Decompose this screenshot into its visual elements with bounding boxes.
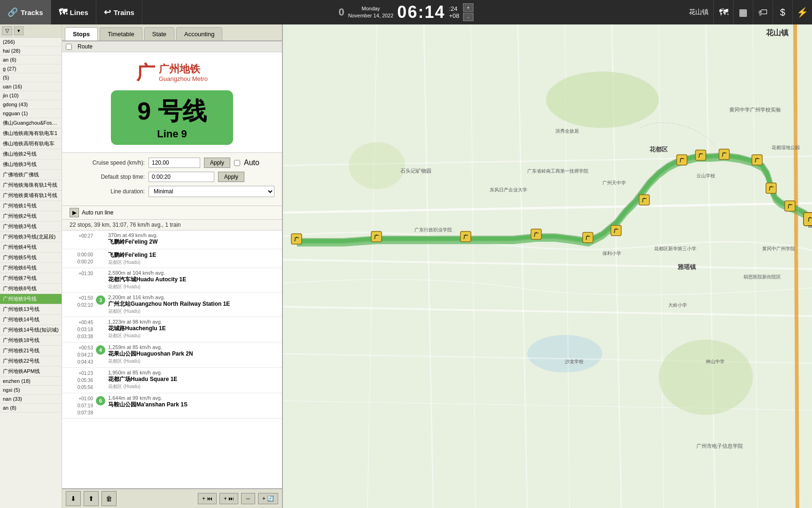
sidebar-item[interactable]: 广州地铁1号线 [0,201,62,211]
sidebar-item[interactable]: 广州地铁6号线 [0,263,62,273]
sidebar-item[interactable]: gdong (43) [0,100,62,109]
lightning-icon-top[interactable]: ⚡ [792,0,812,24]
nav-lines[interactable]: 🗺 Lines [51,0,96,24]
svg-text:石头记矿物园: 石头记矿物园 [400,168,431,174]
sidebar-item[interactable]: 广州地铁APM线 [0,366,62,377]
add-next-btn[interactable]: + ⏭ [219,493,238,504]
sidebar-item[interactable]: 广州地铁22号线 [0,356,62,366]
sidebar-item[interactable]: 广州地铁21号线 [0,346,62,356]
sidebar-item[interactable]: 广州地铁9号线 [0,294,62,304]
stop-item[interactable]: 0:00:00 0:00:20 飞鹏岭Fei'eling 1E 花都区 (Hua… [62,249,282,268]
sidebar-item[interactable]: 广州地铁8号线 [0,284,62,294]
tag-icon-top[interactable]: 🏷 [753,0,773,24]
clock-minus-btn[interactable]: - [463,13,474,21]
add-prev-btn[interactable]: + ⏮ [198,493,217,504]
stop-times: +01:50 0:02:10 [65,294,93,309]
stop-number: 3 [96,295,105,305]
dollar-icon-top[interactable]: $ [773,0,792,24]
sidebar-item[interactable]: 佛山地铁2号线 [0,149,62,159]
sidebar-item[interactable]: 广州地铁黄埔有轨1号线 [0,190,62,201]
reverse-btn[interactable]: ↔ [241,493,255,504]
sidebar-item[interactable]: 广州地铁13号线 [0,304,62,315]
nav-trains[interactable]: ↩ Trains [96,0,142,24]
sidebar-item[interactable]: 佛山地铁3号线 [0,159,62,170]
stop-item[interactable]: +00:45 0:03:18 0:03:38 1,223m at 98 km/h… [62,317,282,342]
clock-plus-btn[interactable]: + [463,3,474,12]
sidebar-item[interactable]: an (8) [0,404,62,413]
stop-speed: 2,590m at 104 km/h avg. [108,270,279,276]
sidebar-item[interactable]: 广州地铁14号线 [0,315,62,325]
sidebar-item[interactable]: an (6) [0,56,62,64]
move-down-btn[interactable]: ⬇ [66,491,81,506]
svg-text:花都湿地公园: 花都湿地公园 [772,145,800,150]
line-duration-select[interactable]: Minimal Short Medium Long [148,186,274,197]
auto-run-play-btn[interactable]: ▶ [70,208,79,217]
tab-stops[interactable]: Stops [65,27,98,40]
sidebar-item[interactable]: 广州地铁18号线 [0,335,62,346]
sidebar-item[interactable]: 广州地铁14号线(知识城) [0,325,62,335]
sidebar-item[interactable]: uan (16) [0,82,62,91]
stop-item[interactable]: +01:00 0:07:19 0:07:39 6 1,644m at 99 km… [62,393,282,419]
stop-item[interactable]: +00:53 0:04:23 0:04:43 4 1,259m at 85 km… [62,342,282,368]
sidebar-item[interactable]: 广州地铁3号线(北延段) [0,232,62,242]
sidebar-item[interactable]: 佛山地铁南海有轨电车1 [0,128,62,139]
svg-line-8 [706,24,715,508]
default-stop-input[interactable] [148,172,214,182]
line-badge: 9 号线 Line 9 [111,90,233,145]
cruise-speed-label: Cruise speed (km/h): [70,159,145,166]
sidebar-item[interactable]: 佛山Guangzhou&Foshar [0,118,62,128]
sidebar-item[interactable]: 广州地铁2号线 [0,211,62,222]
stop-info: 1,950m at 85 km/h avg. 花都广场Huadu Square … [108,370,279,390]
sidebar-item[interactable]: jin (10) [0,91,62,100]
add-loop-btn[interactable]: + 🔄 [258,493,278,504]
stop-info: 1,223m at 98 km/h avg. 花城路Huachenglu 1E … [108,319,279,339]
sidebar-item[interactable]: ngguan (1) [0,109,62,118]
sidebar-item[interactable]: nan (33) [0,395,62,404]
tab-accounting[interactable]: Accounting [176,27,222,40]
sidebar-item[interactable]: 广州地铁海珠有轨1号线 [0,180,62,190]
svg-text:广东省岭南工商第一技师学院: 广东省岭南工商第一技师学院 [527,168,588,174]
auto-checkbox[interactable] [234,160,240,166]
tab-state[interactable]: State [144,27,174,40]
clock-time: 06:14 [397,2,445,22]
svg-point-1 [527,335,602,373]
stop-item[interactable]: +01:23 0:05:36 0:05:56 1,950m at 85 km/h… [62,368,282,393]
svg-text:洪秀全故居: 洪秀全故居 [555,128,579,134]
route-checkbox[interactable] [66,44,72,50]
default-stop-row: Default stop time: Apply [70,172,274,182]
stop-number [96,320,105,329]
sidebar-item[interactable]: (5) [0,73,62,82]
grid-icon-top[interactable]: ▦ [733,0,753,24]
stop-item[interactable]: +01:30 2,590m at 104 km/h avg. 花都汽车城Huad… [62,268,282,293]
delete-btn[interactable]: 🗑 [102,491,117,506]
stop-region: 花都区 (Huadu) [108,284,279,290]
cruise-speed-input[interactable] [148,158,200,168]
nav-tracks[interactable]: 🔗 Tracks [0,0,51,24]
move-up-btn[interactable]: ⬆ [84,491,99,506]
sidebar-item[interactable]: (266) [0,38,62,47]
tab-timetable[interactable]: Timetable [100,27,142,40]
svg-line-6 [518,24,527,508]
cruise-speed-apply-btn[interactable]: Apply [204,158,230,168]
stop-item[interactable]: +01:50 0:02:10 3 2,200m at 116 km/h avg.… [62,293,282,317]
sidebar-item[interactable]: 广佛地铁广佛线 [0,170,62,180]
svg-line-15 [659,24,664,508]
svg-rect-22 [371,231,382,242]
stop-region: 花都区 (Huadu) [108,259,279,266]
sidebar-item[interactable]: hai (28) [0,47,62,56]
sidebar-item[interactable]: 广州地铁7号线 [0,273,62,284]
sidebar-item[interactable]: g (27) [0,64,62,73]
map-icon-top[interactable]: 🗺 [713,0,733,24]
sidebar-item[interactable]: 广州地铁5号线 [0,253,62,263]
stop-item[interactable]: +00:27 370m at 49 km/h avg. 飞鹏岭Fei'eling… [62,230,282,249]
filter-dropdown-button[interactable]: ▾ [14,26,23,35]
sidebar-item[interactable]: 佛山地铁高明有轨电车 [0,139,62,149]
filter-button[interactable]: ▽ [2,26,12,35]
default-stop-apply-btn[interactable]: Apply [218,172,244,182]
sidebar-item[interactable]: enzhen (18) [0,377,62,386]
sidebar-item[interactable]: 广州地铁4号线 [0,242,62,253]
svg-rect-20 [291,234,302,244]
stats-text: 22 stops, 39 km, 31:07, 76 km/h avg., 1 … [70,222,181,228]
sidebar-item[interactable]: ngxi (5) [0,386,62,395]
sidebar-item[interactable]: 广州地铁3号线 [0,222,62,232]
